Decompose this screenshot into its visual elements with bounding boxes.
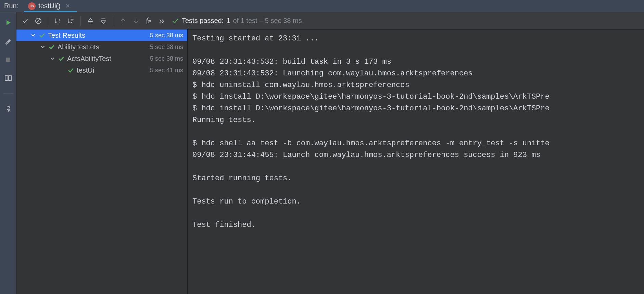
check-icon xyxy=(39,32,45,38)
chevron-down-icon[interactable] xyxy=(40,45,46,49)
tree-label: testUi xyxy=(77,66,94,74)
tree-label: ActsAbilityTest xyxy=(67,55,111,63)
run-icon[interactable] xyxy=(3,18,13,27)
svg-rect-2 xyxy=(6,58,10,62)
tree-row[interactable]: testUi5 sec 41 ms xyxy=(16,64,187,76)
show-ignored-icon[interactable] xyxy=(33,15,44,26)
status-suffix: of 1 test – 5 sec 38 ms xyxy=(233,17,302,25)
svg-rect-3 xyxy=(5,76,8,81)
duration: 5 sec 38 ms xyxy=(150,44,183,51)
duration: 5 sec 38 ms xyxy=(150,55,183,62)
test-toolbar: az xyxy=(16,12,644,29)
gutter-separator xyxy=(3,93,13,94)
check-icon xyxy=(68,67,74,73)
prev-failed-icon[interactable] xyxy=(117,15,128,26)
stop-icon[interactable] xyxy=(3,55,13,64)
check-icon xyxy=(49,44,55,50)
duration: 5 sec 41 ms xyxy=(150,67,183,74)
test-status: Tests passed: 1 of 1 test – 5 sec 38 ms xyxy=(172,17,302,25)
toolbar-separator xyxy=(113,16,113,26)
chevron-down-icon[interactable] xyxy=(30,33,36,38)
passed-count: 1 xyxy=(226,17,230,25)
tree-row[interactable]: Ability.test.ets5 sec 38 ms xyxy=(16,41,187,53)
expand-all-icon[interactable] xyxy=(85,15,96,26)
svg-line-6 xyxy=(37,19,40,23)
chevron-down-icon[interactable] xyxy=(49,56,55,61)
collapse-all-icon[interactable] xyxy=(98,15,109,26)
gutter xyxy=(0,12,16,294)
pin-icon[interactable] xyxy=(3,104,13,113)
svg-rect-4 xyxy=(9,76,11,81)
sort-alpha-icon[interactable]: az xyxy=(52,15,63,26)
svg-marker-1 xyxy=(7,20,11,25)
test-tree[interactable]: Test Results5 sec 38 msAbility.test.ets5… xyxy=(16,29,188,294)
console-output[interactable]: Testing started at 23:31 ... 09/08 23:31… xyxy=(188,29,644,294)
check-icon xyxy=(172,17,179,25)
tab-testui[interactable]: JS testUi() ✕ xyxy=(24,0,76,12)
close-icon[interactable]: ✕ xyxy=(65,3,70,9)
export-icon[interactable] xyxy=(143,15,154,26)
tab-title: testUi() xyxy=(38,2,60,10)
run-tab-strip: Run: JS testUi() ✕ xyxy=(0,0,644,12)
svg-text:JS: JS xyxy=(30,4,34,8)
check-icon xyxy=(58,56,64,62)
sort-duration-icon[interactable] xyxy=(65,15,76,26)
status-prefix: Tests passed: xyxy=(182,17,224,25)
wrench-icon[interactable] xyxy=(3,36,13,46)
run-label: Run: xyxy=(0,2,24,10)
tree-row[interactable]: Test Results5 sec 38 ms xyxy=(16,29,187,41)
next-failed-icon[interactable] xyxy=(130,15,141,26)
toolbar-separator xyxy=(48,16,48,26)
svg-text:z: z xyxy=(59,21,60,24)
toolbar-separator xyxy=(80,16,81,26)
show-passed-icon[interactable] xyxy=(20,15,31,26)
duration: 5 sec 38 ms xyxy=(150,32,183,39)
tree-label: Test Results xyxy=(48,32,85,39)
more-icon[interactable] xyxy=(156,15,167,26)
tree-row[interactable]: ActsAbilityTest5 sec 38 ms xyxy=(16,53,187,64)
layout-icon[interactable] xyxy=(3,73,13,83)
tree-label: Ability.test.ets xyxy=(58,43,99,51)
js-icon: JS xyxy=(28,2,36,10)
